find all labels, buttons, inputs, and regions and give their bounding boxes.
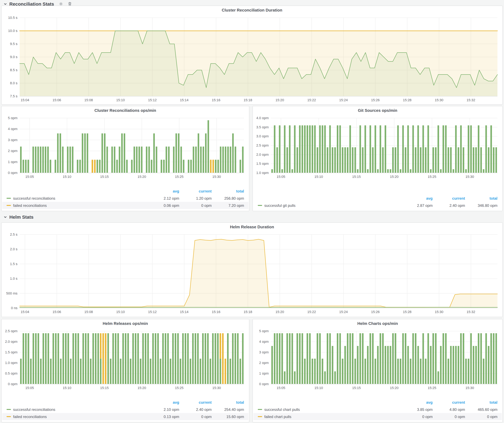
series-avg: 3.85 opm xyxy=(400,407,433,412)
helm-release-duration-chart[interactable]: 15:0415:0615:0815:1015:1215:1415:1615:18… xyxy=(3,232,500,315)
legend-header: avg current total xyxy=(2,399,248,406)
legend-col-current[interactable]: current xyxy=(179,400,212,405)
svg-text:0 opm: 0 opm xyxy=(8,171,18,175)
panel-helm-releases-ops: Helm Releases ops/min 15:0515:1015:1515:… xyxy=(1,319,249,422)
svg-text:1 opm: 1 opm xyxy=(8,160,18,164)
legend-header: avg current total xyxy=(253,195,502,202)
legend-col-avg[interactable]: avg xyxy=(147,400,179,405)
legend-header: avg current total xyxy=(253,399,502,406)
series-color-dash xyxy=(258,409,262,410)
chevron-down-icon[interactable] xyxy=(4,215,7,218)
series-label[interactable]: failed reconciliations xyxy=(13,414,147,419)
panel-title[interactable]: Cluster Reconciliation Duration xyxy=(1,6,503,15)
svg-text:3.5 opm: 3.5 opm xyxy=(256,125,269,129)
panel-title[interactable]: Cluster Reconciliations ops/min xyxy=(1,106,249,115)
helm-charts-ops-chart[interactable]: 15:0515:1015:1515:2015:2515:300 opm1 opm… xyxy=(254,329,500,391)
svg-text:1.0 opm: 1.0 opm xyxy=(5,361,18,365)
series-label[interactable]: successful reconciliations xyxy=(13,407,147,412)
series-color-dash xyxy=(258,205,262,206)
svg-text:0 opm: 0 opm xyxy=(8,382,18,386)
legend-col-current[interactable]: current xyxy=(433,196,465,200)
svg-text:10.5 s: 10.5 s xyxy=(8,16,18,20)
svg-text:7.5 s: 7.5 s xyxy=(10,94,18,98)
svg-text:15:20: 15:20 xyxy=(138,175,146,179)
series-label[interactable]: successful git pulls xyxy=(264,203,400,208)
chevron-down-icon[interactable] xyxy=(4,2,7,6)
svg-text:15:30: 15:30 xyxy=(435,310,443,314)
svg-text:2.0 opm: 2.0 opm xyxy=(5,340,18,344)
svg-text:4 opm: 4 opm xyxy=(259,340,269,344)
legend-row: failed reconciliations 0.13 opm 0 opm 15… xyxy=(2,413,248,420)
svg-text:1.0 opm: 1.0 opm xyxy=(256,171,269,175)
svg-text:15:05: 15:05 xyxy=(277,386,285,390)
svg-text:15:20: 15:20 xyxy=(276,98,284,102)
svg-text:2.5 opm: 2.5 opm xyxy=(5,329,18,333)
svg-text:15:04: 15:04 xyxy=(21,98,29,102)
legend-col-current[interactable]: current xyxy=(179,189,212,193)
svg-text:15:05: 15:05 xyxy=(277,175,285,179)
svg-text:15:18: 15:18 xyxy=(244,310,252,314)
dashboard: Reconciliation Stats Cluster Reconciliat… xyxy=(0,0,504,423)
svg-text:15:10: 15:10 xyxy=(63,175,71,179)
legend-col-avg[interactable]: avg xyxy=(147,189,179,193)
panel-title[interactable]: Git Sources ops/min xyxy=(253,106,503,115)
svg-text:15:26: 15:26 xyxy=(371,98,380,102)
series-avg: 2.87 opm xyxy=(400,203,433,208)
legend-col-total[interactable]: total xyxy=(465,196,498,200)
series-current: 0 opm xyxy=(179,203,212,208)
trash-icon[interactable] xyxy=(68,2,72,6)
panel-title[interactable]: Helm Release Duration xyxy=(1,223,503,231)
panel-cluster-reconciliations-ops: Cluster Reconciliations ops/min 15:0515:… xyxy=(1,106,249,211)
svg-text:15:20: 15:20 xyxy=(276,310,284,314)
series-total: 465.60 opm xyxy=(465,407,498,412)
svg-text:4 opm: 4 opm xyxy=(8,127,18,131)
svg-text:500 ms: 500 ms xyxy=(6,291,18,295)
svg-text:1.5 opm: 1.5 opm xyxy=(5,350,18,354)
legend-col-total[interactable]: total xyxy=(465,400,498,405)
series-current: 2.40 opm xyxy=(179,407,212,412)
legend-col-total[interactable]: total xyxy=(212,189,244,193)
svg-text:15:05: 15:05 xyxy=(25,175,34,179)
series-label[interactable]: successful chart pulls xyxy=(264,407,400,412)
svg-text:15:20: 15:20 xyxy=(390,175,398,179)
svg-text:15:14: 15:14 xyxy=(180,98,189,102)
legend-col-total[interactable]: total xyxy=(212,400,244,405)
legend-header: avg current total xyxy=(2,188,248,195)
git-sources-ops-chart[interactable]: 15:0515:1015:1515:2015:2515:301.0 opm1.5… xyxy=(254,116,500,180)
svg-text:15:28: 15:28 xyxy=(403,310,411,314)
section-title[interactable]: Helm Stats xyxy=(9,214,34,220)
legend-col-current[interactable]: current xyxy=(433,400,465,405)
svg-text:15:30: 15:30 xyxy=(466,386,474,390)
svg-text:2.5 opm: 2.5 opm xyxy=(256,143,269,147)
series-label[interactable]: failed reconciliations xyxy=(13,203,147,208)
helm-releases-ops-chart[interactable]: 15:0515:1015:1515:2015:2515:300 opm0.5 o… xyxy=(3,329,246,391)
svg-text:1 opm: 1 opm xyxy=(259,371,269,375)
svg-text:0 opm: 0 opm xyxy=(259,382,269,386)
series-label[interactable]: failed chart pulls xyxy=(264,414,400,419)
cluster-reconciliations-ops-chart[interactable]: 15:0515:1015:1515:2015:2515:300 opm1 opm… xyxy=(3,116,246,180)
legend: avg current total successful git pulls 2… xyxy=(253,195,503,209)
legend-col-avg[interactable]: avg xyxy=(400,400,433,405)
svg-text:15:05: 15:05 xyxy=(25,386,34,390)
svg-text:2.0 s: 2.0 s xyxy=(10,247,18,251)
series-color-dash xyxy=(6,409,11,410)
svg-text:2 opm: 2 opm xyxy=(8,149,18,153)
series-label[interactable]: successful reconciliations xyxy=(13,196,147,200)
panel-title[interactable]: Helm Charts ops/min xyxy=(253,319,503,328)
svg-text:15:16: 15:16 xyxy=(212,310,220,314)
svg-text:0 ns: 0 ns xyxy=(11,306,18,310)
cluster-reconciliation-duration-chart[interactable]: 15:0415:0615:0815:1015:1215:1415:1615:18… xyxy=(3,15,500,103)
legend-col-avg[interactable]: avg xyxy=(400,196,433,200)
svg-text:15:24: 15:24 xyxy=(339,310,348,314)
panel-title[interactable]: Helm Releases ops/min xyxy=(1,319,249,328)
svg-text:15:25: 15:25 xyxy=(175,386,183,390)
svg-text:15:25: 15:25 xyxy=(428,386,436,390)
svg-text:15:28: 15:28 xyxy=(403,98,411,102)
svg-text:15:22: 15:22 xyxy=(307,310,316,314)
svg-text:1.5 opm: 1.5 opm xyxy=(256,162,269,165)
svg-text:15:30: 15:30 xyxy=(435,98,443,102)
series-total: 346.80 opm xyxy=(465,203,498,208)
svg-text:1.0 s: 1.0 s xyxy=(10,276,18,281)
svg-text:15:20: 15:20 xyxy=(138,386,146,390)
gear-icon[interactable] xyxy=(59,2,63,6)
